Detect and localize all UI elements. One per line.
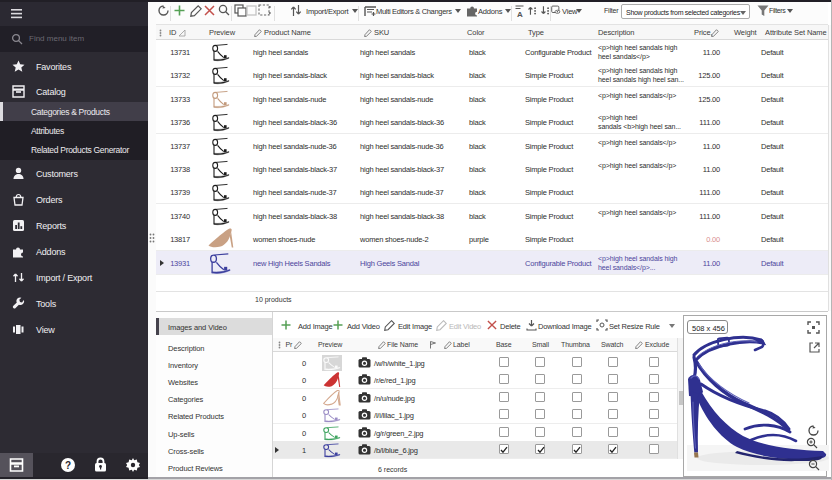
svg-text:?: ? — [65, 460, 71, 471]
svg-text:A: A — [517, 10, 523, 18]
